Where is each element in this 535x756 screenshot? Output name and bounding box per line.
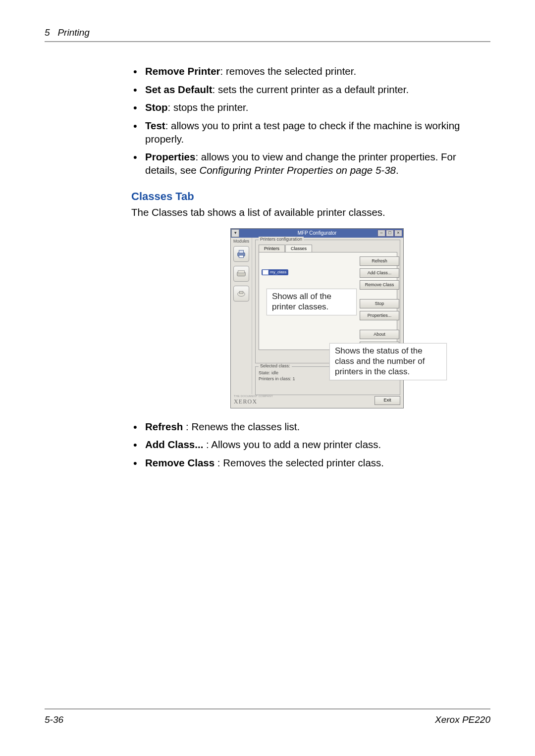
bullet-set-as-default: Set as Default: sets the current printer… [145, 83, 490, 97]
tab-classes[interactable]: Classes [285, 245, 312, 252]
window-minimize-icon[interactable]: – [377, 230, 385, 237]
bullet-label: Remove Class [145, 457, 217, 468]
footer-product: Xerox PE220 [435, 714, 490, 725]
bullet-refresh: Refresh : Renews the classes list. [145, 420, 490, 434]
chapter-title: Printing [57, 27, 89, 38]
page-header: 5 Printing [45, 27, 490, 42]
class-item-label: my_class [270, 270, 286, 275]
state-value: idle [271, 370, 278, 375]
bullet-text: : Renews the classes list. [186, 421, 300, 432]
bullet-text: : Removes the selected printer class. [217, 457, 384, 468]
stop-button[interactable]: Stop [360, 299, 399, 308]
window-bottom-bar: THE DOCUMENT COMPANY XEROX Exit [231, 394, 403, 408]
class-list-item[interactable]: my_class [262, 269, 288, 275]
bullet-label: Add Class... [145, 439, 206, 450]
bullet-text: : removes the selected printer. [220, 65, 357, 77]
module-ports-icon[interactable] [233, 286, 249, 302]
window-title: MFP Configurator [298, 230, 337, 236]
bullet-after-ref: . [396, 164, 399, 176]
window-menu-icon[interactable]: ▾ [231, 229, 239, 237]
window-titlebar: ▾ MFP Configurator – □ × [231, 229, 403, 238]
bottom-bullet-list: Refresh : Renews the classes list. Add C… [131, 420, 490, 470]
exit-button[interactable]: Exit [374, 396, 400, 405]
state-label: State: [259, 370, 270, 375]
bullet-label: Properties [145, 151, 195, 162]
callout-class-status: Shows the status of the class and the nu… [329, 343, 447, 381]
bullet-remove-class: Remove Class : Removes the selected prin… [145, 456, 490, 470]
bullet-label: Test [145, 120, 165, 131]
brand-tagline: THE DOCUMENT COMPANY [234, 395, 273, 398]
window-maximize-icon[interactable]: □ [386, 230, 394, 237]
count-label: Printers in class: [259, 376, 291, 381]
window-controls: – □ × [377, 230, 402, 237]
top-bullet-list: Remove Printer: removes the selected pri… [131, 65, 490, 177]
svg-rect-6 [239, 291, 243, 294]
config-tabs: Printers Classes [259, 244, 397, 252]
configurator-figure: ▾ MFP Configurator – □ × Modules [230, 228, 444, 408]
section-intro: The Classes tab shows a list of availabl… [131, 206, 490, 219]
bullet-text: : allows you to print a test page to che… [145, 120, 460, 145]
module-scanners-icon[interactable] [233, 266, 249, 282]
selected-class-legend: Selected class: [259, 363, 292, 369]
page-footer: 5-36 Xerox PE220 [45, 708, 490, 725]
cross-ref: Configuring Printer Properties on page 5… [199, 164, 396, 176]
module-printers-icon[interactable] [233, 246, 249, 262]
window-close-icon[interactable]: × [394, 230, 402, 237]
about-button[interactable]: About [360, 330, 399, 339]
bullet-label: Set as Default [145, 84, 213, 95]
bullet-label: Stop [145, 101, 168, 113]
bullet-text: : Allows you to add a new printer class. [206, 439, 381, 450]
modules-label: Modules [231, 239, 252, 244]
bullet-properties: Properties: allows you to view and chang… [145, 151, 490, 177]
callout-classes-list: Shows all of the printer classes. [267, 289, 357, 316]
section-heading-classes-tab: Classes Tab [131, 190, 490, 204]
chapter-number: 5 [45, 27, 50, 38]
refresh-button[interactable]: Refresh [360, 256, 399, 266]
bullet-text: : sets the current printer as a default … [213, 84, 409, 95]
right-button-column: Refresh Add Class... Remove Class Stop P… [360, 256, 399, 353]
printer-glyph-icon [263, 270, 268, 275]
svg-rect-1 [239, 250, 243, 253]
footer-page-number: 5-36 [45, 714, 63, 725]
bullet-remove-printer: Remove Printer: removes the selected pri… [145, 65, 490, 78]
properties-button[interactable]: Properties... [360, 311, 399, 320]
page-content: Remove Printer: removes the selected pri… [131, 65, 490, 470]
remove-class-button[interactable]: Remove Class [360, 280, 399, 290]
count-value: 1 [293, 376, 295, 381]
bullet-test: Test: allows you to print a test page to… [145, 119, 490, 146]
bullet-text: : stops the printer. [168, 101, 249, 113]
modules-sidebar: Modules [231, 238, 252, 394]
bullet-label: Refresh [145, 421, 186, 432]
brand-logo: XEROX [234, 398, 273, 406]
svg-rect-2 [239, 255, 243, 258]
document-page: 5 Printing Remove Printer: removes the s… [0, 0, 535, 756]
mfp-configurator-window: ▾ MFP Configurator – □ × Modules [230, 228, 404, 408]
tab-printers[interactable]: Printers [259, 245, 285, 252]
bullet-add-class: Add Class... : Allows you to add a new p… [145, 438, 490, 452]
add-class-button[interactable]: Add Class... [360, 268, 399, 278]
brand-block: THE DOCUMENT COMPANY XEROX [234, 395, 273, 406]
bullet-stop: Stop: stops the printer. [145, 101, 490, 114]
bullet-label: Remove Printer [145, 65, 220, 77]
svg-rect-4 [238, 270, 245, 273]
group-legend: Printers configuration [259, 237, 304, 243]
